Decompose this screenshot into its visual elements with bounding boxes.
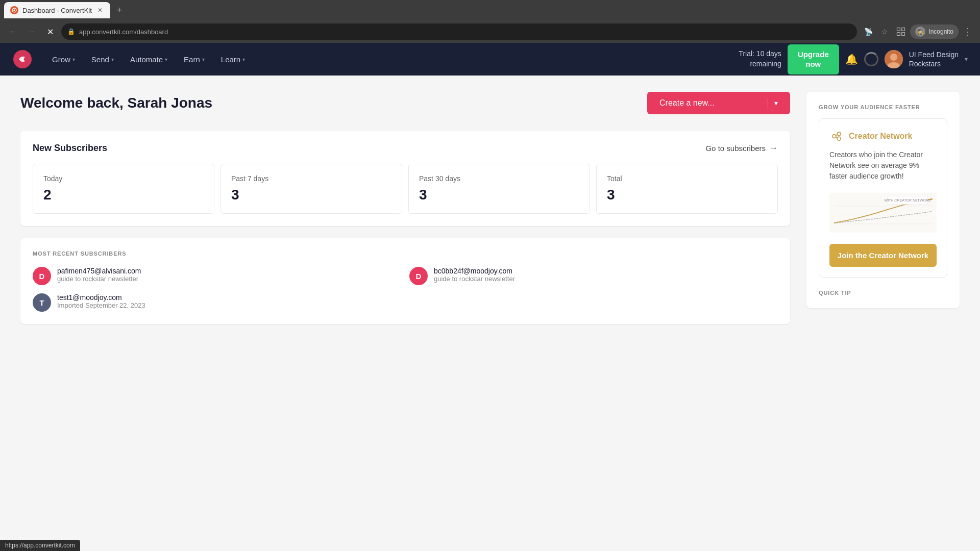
creator-network-description: Creators who join the Creator Network se… <box>829 149 937 182</box>
stat-today-label: Today <box>43 174 204 183</box>
subscribers-card: New Subscribers Go to subscribers → Toda… <box>20 131 790 226</box>
grow-chevron: ▾ <box>72 57 75 62</box>
earn-chevron: ▾ <box>202 57 205 62</box>
subscriber-avatar: D <box>409 267 428 285</box>
nav-grow[interactable]: Grow ▾ <box>45 51 82 68</box>
svg-point-7 <box>890 54 897 61</box>
stat-7days: Past 7 days 3 <box>220 164 402 214</box>
content-left: Welcome back, Sarah Jonas Create a new..… <box>20 92 790 324</box>
automate-chevron: ▾ <box>165 57 167 62</box>
user-avatar[interactable] <box>885 50 903 68</box>
stat-7days-value: 3 <box>231 187 391 203</box>
subscriber-info: pafimen475@alvisani.com guide to rocksta… <box>57 267 141 283</box>
learn-chevron: ▾ <box>242 57 245 62</box>
svg-line-13 <box>836 137 837 138</box>
loading-indicator <box>864 52 878 66</box>
user-name[interactable]: UI Feed DesignRockstars <box>909 50 959 68</box>
stat-today: Today 2 <box>33 164 214 214</box>
subscriber-avatar: T <box>33 293 51 312</box>
profile-icon[interactable] <box>894 24 908 39</box>
quick-tip-title: QUICK TIP <box>819 290 947 296</box>
trial-text: Trial: 10 daysremaining <box>739 49 781 69</box>
join-creator-network-button[interactable]: Join the Creator Network <box>829 244 937 267</box>
stat-total: Total 3 <box>596 164 778 214</box>
address-bar[interactable]: 🔒 app.convertkit.com/dashboard <box>61 23 857 40</box>
network-chart: WITH CREATOR NETWORK <box>829 190 937 236</box>
bookmark-icon[interactable]: ☆ <box>877 24 892 39</box>
subscriber-avatar: D <box>33 267 51 285</box>
subscriber-meta: guide to rockstar newsletter <box>434 275 515 283</box>
stat-total-value: 3 <box>607 187 767 203</box>
subscriber-meta: guide to rockstar newsletter <box>57 275 141 283</box>
nav-right: Trial: 10 daysremaining Upgradenow 🔔 UI … <box>739 44 968 74</box>
stats-grid: Today 2 Past 7 days 3 Past 30 days 3 Tot… <box>33 164 778 214</box>
browser-chrome: Dashboard - ConvertKit ✕ + ← → ✕ 🔒 app.c… <box>0 0 980 43</box>
logo[interactable] <box>12 49 33 69</box>
subscriber-item: D bc0bb24f@moodjoy.com guide to rockstar… <box>409 267 778 285</box>
goto-arrow-icon: → <box>769 143 778 154</box>
subscriber-info: test1@moodjoy.com Imported September 22,… <box>57 293 145 309</box>
browser-tab[interactable]: Dashboard - ConvertKit ✕ <box>4 2 110 18</box>
svg-rect-1 <box>897 28 900 31</box>
creator-network-name[interactable]: Creator Network <box>849 132 912 141</box>
svg-point-11 <box>837 137 841 140</box>
back-button[interactable]: ← <box>6 24 20 39</box>
page-header: Welcome back, Sarah Jonas Create a new..… <box>20 92 790 114</box>
incognito-icon: 🕵 <box>915 27 925 37</box>
stat-30days-value: 3 <box>419 187 579 203</box>
svg-rect-2 <box>902 28 905 31</box>
subscriber-list: D pafimen475@alvisani.com guide to rocks… <box>33 267 778 312</box>
lock-icon: 🔒 <box>67 28 75 35</box>
create-button-divider <box>768 98 768 108</box>
tab-close-button[interactable]: ✕ <box>96 6 104 14</box>
nav-learn[interactable]: Learn ▾ <box>214 51 252 68</box>
nav-earn[interactable]: Earn ▾ <box>177 51 212 68</box>
subscriber-meta: Imported September 22, 2023 <box>57 302 145 309</box>
incognito-label: Incognito <box>928 28 953 35</box>
create-button-label: Create a new... <box>659 98 762 108</box>
status-url: https://app.convertkit.com <box>5 542 75 549</box>
create-button-chevron-icon: ▾ <box>774 99 778 107</box>
recent-subscribers-title: MOST RECENT SUBSCRIBERS <box>33 251 778 257</box>
recent-subscribers-card: MOST RECENT SUBSCRIBERS D pafimen475@alv… <box>20 238 790 324</box>
forward-button[interactable]: → <box>24 24 39 39</box>
browser-toolbar: ← → ✕ 🔒 app.convertkit.com/dashboard 📡 ☆… <box>0 20 980 43</box>
new-tab-button[interactable]: + <box>112 3 127 17</box>
app: Grow ▾ Send ▾ Automate ▾ Earn ▾ Learn ▾ <box>0 43 980 340</box>
user-menu-chevron[interactable]: ▾ <box>965 56 968 63</box>
goto-subscribers-link[interactable]: Go to subscribers → <box>705 143 778 154</box>
notifications-bell-icon[interactable]: 🔔 <box>845 53 858 65</box>
stat-30days-label: Past 30 days <box>419 174 579 183</box>
nav-items: Grow ▾ Send ▾ Automate ▾ Earn ▾ Learn ▾ <box>45 51 739 68</box>
upgrade-button[interactable]: Upgradenow <box>788 44 839 74</box>
grow-audience-section: GROW YOUR AUDIENCE FASTER C <box>806 92 960 308</box>
nav-automate[interactable]: Automate ▾ <box>123 51 175 68</box>
right-sidebar: GROW YOUR AUDIENCE FASTER C <box>806 92 960 324</box>
subscriber-email: test1@moodjoy.com <box>57 293 145 302</box>
main-content: Welcome back, Sarah Jonas Create a new..… <box>0 76 980 340</box>
grow-section-title: GROW YOUR AUDIENCE FASTER <box>819 104 947 110</box>
cast-icon[interactable]: 📡 <box>861 24 875 39</box>
svg-text:WITH CREATOR NETWORK: WITH CREATOR NETWORK <box>885 198 931 202</box>
create-new-button[interactable]: Create a new... ▾ <box>647 92 790 114</box>
svg-rect-3 <box>897 33 900 36</box>
subscriber-item: D pafimen475@alvisani.com guide to rocks… <box>33 267 401 285</box>
stat-today-value: 2 <box>43 187 204 203</box>
svg-line-12 <box>836 135 837 136</box>
tab-favicon <box>10 6 18 14</box>
page-title: Welcome back, Sarah Jonas <box>20 95 212 111</box>
nav-send[interactable]: Send ▾ <box>84 51 121 68</box>
tab-title: Dashboard - ConvertKit <box>22 7 92 14</box>
browser-menu-button[interactable]: ⋮ <box>961 26 974 37</box>
svg-point-9 <box>832 135 836 138</box>
main-nav: Grow ▾ Send ▾ Automate ▾ Earn ▾ Learn ▾ <box>0 43 980 76</box>
svg-point-10 <box>837 132 841 136</box>
reload-button[interactable]: ✕ <box>43 24 57 39</box>
svg-rect-4 <box>902 33 905 36</box>
browser-titlebar: Dashboard - ConvertKit ✕ + <box>0 0 980 20</box>
status-bar: https://app.convertkit.com <box>0 540 80 551</box>
incognito-button[interactable]: 🕵 Incognito <box>910 24 959 39</box>
subscribers-title: New Subscribers <box>33 143 107 154</box>
stat-30days: Past 30 days 3 <box>408 164 590 214</box>
creator-network-icon <box>829 129 844 143</box>
